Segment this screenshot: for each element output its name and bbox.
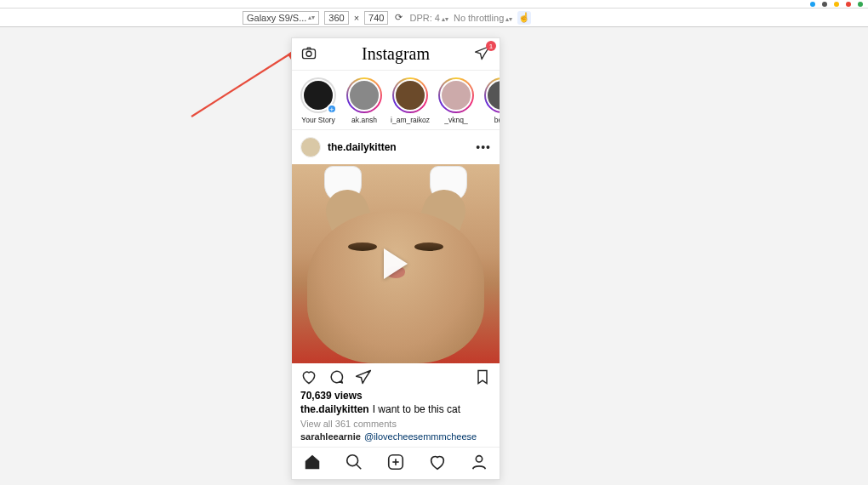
comment-mention[interactable]: @ilovecheesemmmcheese bbox=[364, 431, 477, 442]
story-item[interactable]: be_tl bbox=[483, 77, 500, 124]
svg-point-5 bbox=[306, 51, 311, 56]
post-media[interactable] bbox=[292, 164, 500, 363]
story-item[interactable]: ak.ansh bbox=[345, 77, 384, 124]
svg-point-11 bbox=[476, 456, 482, 462]
nav-add-post[interactable] bbox=[386, 453, 405, 474]
mobile-viewport: Instagram 1 +Your Storyak.anshi_am_raiko… bbox=[291, 37, 500, 480]
device-height-input[interactable]: 740 bbox=[364, 11, 388, 25]
rotate-icon[interactable]: ⟳ bbox=[393, 12, 404, 23]
like-button[interactable] bbox=[300, 368, 317, 388]
post-actions bbox=[292, 363, 500, 390]
share-button[interactable] bbox=[355, 368, 372, 388]
profile-icon bbox=[470, 453, 488, 471]
story-label: ak.ansh bbox=[345, 116, 384, 124]
caption-username[interactable]: the.dailykitten bbox=[300, 403, 369, 415]
camera-button[interactable] bbox=[300, 44, 317, 64]
browser-chrome-icons bbox=[810, 0, 863, 9]
browser-address-bar bbox=[0, 0, 868, 9]
view-all-comments[interactable]: View all 361 comments bbox=[292, 417, 500, 431]
comment-preview: sarahleearnie @ilovecheesemmmcheese bbox=[292, 431, 500, 442]
post-author-avatar[interactable] bbox=[300, 137, 321, 157]
nav-search[interactable] bbox=[345, 453, 363, 474]
story-label: Your Story bbox=[299, 116, 338, 124]
comment-icon bbox=[328, 368, 345, 385]
bottom-nav bbox=[292, 447, 500, 479]
direct-messages-button[interactable]: 1 bbox=[474, 44, 491, 64]
story-item[interactable]: +Your Story bbox=[299, 77, 338, 124]
post-author-username[interactable]: the.dailykitten bbox=[328, 141, 397, 153]
dm-badge: 1 bbox=[486, 41, 496, 51]
device-select[interactable]: Galaxy S9/S...▴▾ bbox=[243, 11, 319, 25]
svg-rect-4 bbox=[303, 49, 316, 59]
post-more-button[interactable]: ••• bbox=[476, 140, 491, 154]
touch-icon[interactable]: ☝ bbox=[517, 11, 531, 25]
svg-line-7 bbox=[357, 465, 362, 470]
story-label: i_am_raikoz bbox=[391, 116, 430, 124]
bookmark-icon bbox=[474, 368, 491, 385]
post-caption: the.dailykittenI want to be this cat bbox=[292, 402, 500, 417]
comment-button[interactable] bbox=[328, 368, 345, 388]
nav-home[interactable] bbox=[303, 453, 322, 474]
play-icon bbox=[384, 248, 408, 279]
post-header: the.dailykitten ••• bbox=[292, 130, 500, 164]
caption-text: I want to be this cat bbox=[373, 403, 460, 415]
story-item[interactable]: i_am_raikoz bbox=[391, 77, 430, 124]
save-button[interactable] bbox=[474, 368, 491, 388]
add-post-icon bbox=[386, 453, 405, 471]
nav-activity[interactable] bbox=[428, 453, 447, 474]
paper-plane-icon bbox=[355, 368, 372, 385]
annotation-arrow-to-camera bbox=[187, 44, 306, 121]
svg-line-0 bbox=[191, 51, 294, 117]
story-label: _vknq_ bbox=[437, 116, 476, 124]
instagram-logo: Instagram bbox=[362, 44, 430, 64]
devtools-device-toolbar: Galaxy S9/S...▴▾ 360 × 740 ⟳ DPR: 4▴▾ No… bbox=[0, 9, 868, 27]
post-views[interactable]: 70,639 views bbox=[292, 390, 500, 402]
heart-icon bbox=[300, 368, 317, 385]
instagram-header: Instagram 1 bbox=[292, 38, 500, 71]
story-item[interactable]: _vknq_ bbox=[437, 77, 476, 124]
nav-profile[interactable] bbox=[470, 453, 488, 474]
search-icon bbox=[345, 453, 363, 471]
camera-icon bbox=[300, 44, 317, 61]
throttling-select[interactable]: No throttling▴▾ bbox=[454, 13, 512, 23]
comment-username[interactable]: sarahleearnie bbox=[300, 431, 361, 442]
device-width-input[interactable]: 360 bbox=[324, 11, 348, 25]
heart-icon bbox=[428, 453, 447, 471]
dpr-select[interactable]: DPR: 4▴▾ bbox=[409, 13, 448, 23]
home-icon bbox=[303, 453, 322, 471]
stories-tray[interactable]: +Your Storyak.anshi_am_raikoz_vknq_be_tl bbox=[292, 71, 500, 130]
svg-point-6 bbox=[347, 455, 358, 466]
story-label: be_tl bbox=[483, 116, 500, 124]
